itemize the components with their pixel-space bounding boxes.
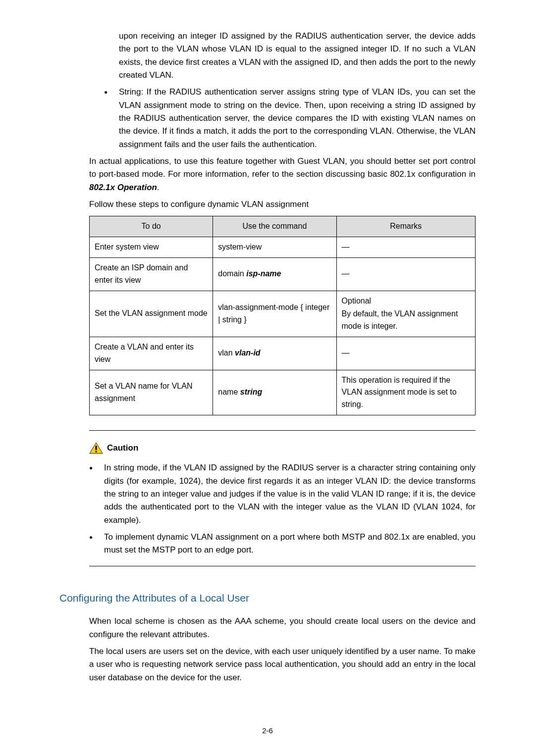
paragraph-upon: upon receiving an integer ID assigned by… <box>89 30 476 82</box>
cell-cmd: vlan-assignment-mode { integer | string … <box>213 291 336 337</box>
cell-todo: Set a VLAN name for VLAN assignment <box>90 370 213 415</box>
cmd-text: name <box>218 388 240 396</box>
table-row: Create a VLAN and enter its view vlan vl… <box>90 337 476 370</box>
cell-remarks: — <box>336 237 475 258</box>
table-row: Set a VLAN name for VLAN assignment name… <box>90 370 476 415</box>
svg-rect-2 <box>96 451 97 452</box>
cmd-text: vlan <box>218 349 235 357</box>
cell-todo: Create an ISP domain and enter its view <box>90 258 213 291</box>
local-user-block: When local scheme is chosen as the AAA s… <box>59 615 476 684</box>
paragraph-actual-post: . <box>157 183 160 192</box>
cell-remarks: This operation is required if the VLAN a… <box>336 370 475 415</box>
cmd-arg: vlan-id <box>235 349 261 357</box>
section-heading-local-user: Configuring the Attributes of a Local Us… <box>59 590 476 606</box>
caution-block: Caution ● In string mode, if the VLAN ID… <box>89 442 476 557</box>
cmd-text: domain <box>218 269 246 278</box>
cell-cmd: domain isp-name <box>213 258 336 291</box>
caution-label: Caution <box>107 442 138 454</box>
cell-cmd: name string <box>213 370 336 415</box>
paragraph-follow: Follow these steps to configure dynamic … <box>89 198 476 211</box>
cell-cmd: system-view <box>213 237 336 258</box>
warning-triangle-icon <box>89 442 103 454</box>
cell-todo: Enter system view <box>90 237 213 258</box>
paragraph-local-1: When local scheme is chosen as the AAA s… <box>89 615 476 641</box>
caution-text-2: To implement dynamic VLAN assignment on … <box>104 531 476 557</box>
remark-line2: By default, the VLAN assignment mode is … <box>342 308 470 333</box>
table-header-row: To do Use the command Remarks <box>90 216 476 237</box>
page-number: 2-6 <box>0 725 535 736</box>
table-header-remarks: Remarks <box>336 216 475 237</box>
paragraph-actual: In actual applications, to use this feat… <box>89 155 476 194</box>
bullet-text-string: String: If the RADIUS authentication ser… <box>119 86 476 151</box>
cmd-arg: string <box>240 388 262 396</box>
caution-text-1: In string mode, if the VLAN ID assigned … <box>104 461 476 527</box>
table-header-todo: To do <box>90 216 213 237</box>
cmd-text: system-view <box>218 243 262 251</box>
paragraph-actual-bold: 802.1x Operation <box>89 183 157 192</box>
cell-cmd: vlan vlan-id <box>213 337 336 370</box>
caution-header: Caution <box>89 442 476 454</box>
svg-rect-1 <box>96 446 97 450</box>
cell-remarks: — <box>336 337 475 370</box>
paragraph-local-2: The local users are users set on the dev… <box>89 645 476 684</box>
page-content: upon receiving an integer ID assigned by… <box>59 30 476 684</box>
divider-top <box>89 430 476 431</box>
divider-bottom <box>89 566 476 566</box>
cell-remarks: Optional By default, the VLAN assignment… <box>336 291 475 337</box>
cell-todo: Set the VLAN assignment mode <box>90 291 213 337</box>
table-row: Set the VLAN assignment mode vlan-assign… <box>90 291 476 337</box>
caution-bullet-1: ● In string mode, if the VLAN ID assigne… <box>89 461 476 527</box>
bullet-dot-icon: ● <box>89 531 104 557</box>
intro-block: upon receiving an integer ID assigned by… <box>59 30 476 566</box>
cell-remarks: — <box>336 258 475 291</box>
cell-todo: Create a VLAN and enter its view <box>90 337 213 370</box>
table-header-cmd: Use the command <box>213 216 336 237</box>
table-row: Enter system view system-view — <box>90 237 476 258</box>
caution-bullet-2: ● To implement dynamic VLAN assignment o… <box>89 531 476 557</box>
bullet-dot-icon: ● <box>89 461 104 527</box>
config-steps-table: To do Use the command Remarks Enter syst… <box>89 216 476 415</box>
bullet-item-string: ● String: If the RADIUS authentication s… <box>89 86 476 151</box>
cmd-arg: isp-name <box>246 269 281 278</box>
table-row: Create an ISP domain and enter its view … <box>90 258 476 291</box>
paragraph-actual-pre: In actual applications, to use this feat… <box>89 156 476 179</box>
remark-line1: Optional <box>342 295 470 307</box>
bullet-dot-icon: ● <box>104 86 119 151</box>
